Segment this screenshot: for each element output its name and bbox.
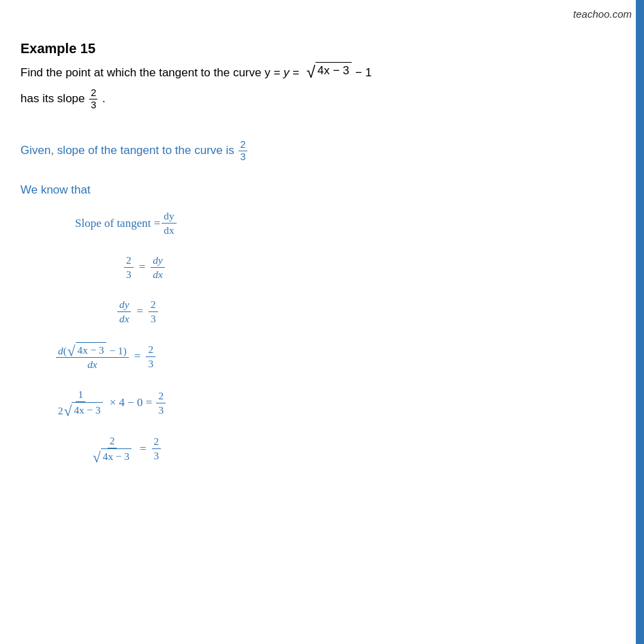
problem-line2: has its slope 2 3 .	[20, 87, 617, 112]
slope-denominator: 3	[89, 99, 97, 111]
example-title: Example 15	[20, 41, 617, 57]
dx-text: dx	[162, 224, 176, 237]
deriv-denominator: dx	[85, 358, 99, 371]
chain-num: 1	[76, 388, 85, 402]
chain-den: 2√4x − 3	[56, 402, 106, 418]
final-equals: =	[140, 442, 147, 456]
given-fraction: 2 3	[239, 139, 247, 164]
problem-statement: Find the point at which the tangent to t…	[20, 62, 617, 83]
final-sqrt: √4x − 3	[93, 448, 132, 463]
sqrt-radical-4: √	[93, 450, 101, 465]
dy-dx-equals-2-3: dy dx = 2 3	[116, 298, 617, 326]
dx-lhs: dx	[117, 312, 131, 326]
we-know-text: We know that	[20, 183, 617, 197]
lhs-fraction-2-3: 2 3	[124, 254, 134, 281]
deriv-sqrt-content: 4x − 3	[76, 342, 106, 357]
rhs-2-3: 2 3	[149, 298, 158, 326]
dy-text: dy	[162, 209, 176, 224]
problem-slope-fraction: 2 3	[89, 87, 97, 112]
chain-rhs-den: 3	[156, 403, 166, 417]
sqrt-radical-icon: √	[307, 64, 316, 80]
final-equation: 2 √4x − 3 = 2 3	[89, 434, 617, 464]
dy-dx-fraction: dy dx	[162, 209, 176, 237]
deriv-rhs-den: 3	[146, 357, 155, 371]
deriv-rhs-num: 2	[146, 343, 155, 357]
final-rhs-fraction: 2 3	[152, 435, 162, 463]
given-den: 3	[239, 151, 247, 163]
brand-text: teachoo.com	[573, 8, 632, 20]
problem-period: .	[102, 92, 106, 105]
rhs-dy-dx: dy dx	[151, 254, 164, 281]
dy-lhs: dy	[117, 298, 131, 312]
deriv-rhs-fraction: 2 3	[146, 343, 155, 371]
lhs-den: 3	[124, 268, 134, 281]
sqrt-radical-2: √	[67, 344, 76, 358]
chain-rhs-num: 2	[156, 389, 166, 403]
slope-tangent-label: Slope of tangent =	[75, 217, 160, 230]
rhs-dx: dx	[151, 268, 164, 281]
deriv-sqrt: √4x − 3	[67, 342, 106, 357]
rhs-num-2: 2	[149, 298, 158, 312]
rhs-den-3: 3	[149, 312, 158, 326]
chain-2-text: 2	[58, 405, 63, 416]
final-sqrt-content: 4x − 3	[101, 448, 132, 463]
sqrt-radical-3: √	[64, 404, 72, 418]
equals-sign-1: =	[139, 260, 146, 274]
page-container: teachoo.com Example 15 Find the point at…	[0, 0, 644, 644]
final-fraction: 2 √4x − 3	[90, 434, 134, 464]
times-sign: × 4 − 0 =	[110, 396, 153, 410]
final-rhs-den: 3	[152, 449, 162, 463]
slope-tangent-equation: Slope of tangent = dy dx	[75, 209, 617, 237]
chain-rhs-fraction: 2 3	[156, 389, 166, 417]
right-accent-bar	[636, 0, 644, 644]
final-num: 2	[108, 434, 117, 448]
deriv-numerator: d(√4x − 3 − 1)	[56, 342, 129, 358]
dy-dx-lhs: dy dx	[117, 298, 131, 326]
equals-sign-2: =	[136, 305, 143, 318]
final-den: √4x − 3	[90, 448, 134, 464]
given-statement: Given, slope of the tangent to the curve…	[20, 139, 617, 164]
given-text-start: Given, slope of the tangent to the curve…	[20, 144, 237, 157]
slope-numerator: 2	[89, 87, 97, 99]
problem-line1-end: − 1	[355, 66, 371, 79]
chain-den-2: 2	[58, 405, 63, 416]
sqrt-content: 4x − 3	[316, 62, 352, 79]
problem-sqrt: √ 4x − 3	[307, 62, 352, 79]
given-num: 2	[239, 139, 247, 151]
equals-sign-3: =	[134, 350, 141, 363]
problem-line1-start: Find the point at which the tangent to t…	[20, 66, 283, 79]
chain-rule-equation: 1 2√4x − 3 × 4 − 0 = 2 3	[55, 388, 617, 418]
has-its-slope-text: has its slope	[20, 92, 88, 105]
chain-fraction: 1 2√4x − 3	[56, 388, 106, 418]
brand-logo: teachoo.com	[573, 8, 632, 20]
deriv-fraction: d(√4x − 3 − 1) dx	[56, 342, 129, 372]
derivative-equation: d(√4x − 3 − 1) dx = 2 3	[55, 342, 617, 372]
final-rhs-num: 2	[152, 435, 162, 449]
rhs-dy: dy	[151, 254, 164, 268]
eq-2-3-dy-dx: 2 3 = dy dx	[123, 254, 617, 281]
chain-sqrt-content: 4x − 3	[72, 402, 102, 417]
chain-sqrt: √4x − 3	[64, 402, 103, 417]
lhs-num: 2	[124, 254, 134, 268]
